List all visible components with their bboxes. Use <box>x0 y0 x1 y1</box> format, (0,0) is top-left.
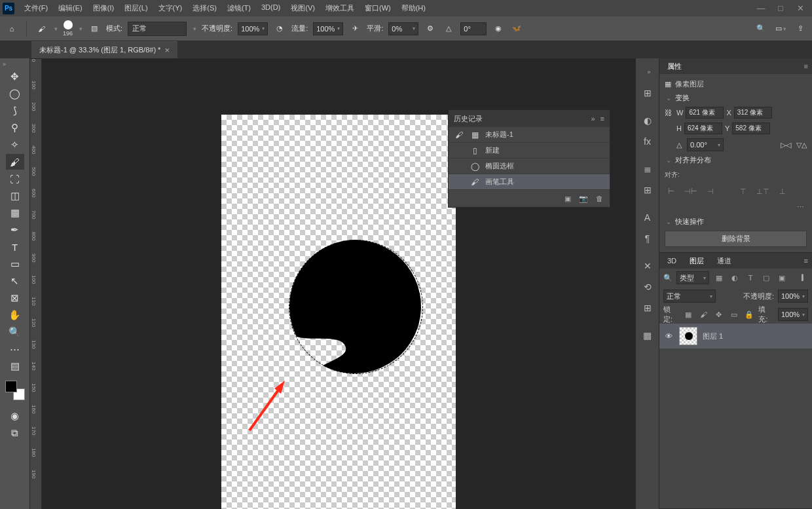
filter-pixel-icon[interactable]: ▦ <box>713 272 725 284</box>
strip-icon[interactable]: ¶ <box>638 229 657 248</box>
color-swatch[interactable] <box>5 381 25 400</box>
strip-icon[interactable]: ◐ <box>638 111 657 130</box>
filter-adjust-icon[interactable]: ◐ <box>729 272 741 284</box>
ruler-vertical[interactable]: 0100200300400500600700800900100110120130… <box>30 59 42 509</box>
airbrush-icon[interactable]: ✈ <box>348 22 361 35</box>
marquee-tool[interactable]: ◯ <box>6 86 24 102</box>
search-icon[interactable]: 🔍 <box>754 22 767 35</box>
strip-icon[interactable]: ▦ <box>638 326 657 345</box>
close-button[interactable]: ✕ <box>791 2 809 15</box>
artboard[interactable] <box>221 115 456 509</box>
align-left-icon[interactable]: ⊢ <box>665 186 678 197</box>
flip-v-icon[interactable]: ▽△ <box>796 141 807 149</box>
link-icon[interactable]: ⛓ <box>665 109 674 117</box>
layer-thumbnail[interactable] <box>679 327 697 345</box>
width-input[interactable] <box>686 107 724 119</box>
menu-image[interactable]: 图像(I) <box>88 1 119 16</box>
more-icon[interactable]: ⋯ <box>665 202 807 213</box>
wand-tool[interactable]: ✧ <box>6 137 24 153</box>
align-top-icon[interactable]: ⊤ <box>737 186 750 197</box>
filter-shape-icon[interactable]: ▢ <box>760 272 772 284</box>
align-right-icon[interactable]: ⊣ <box>704 186 717 197</box>
tab-channels[interactable]: 通道 <box>714 254 734 269</box>
brush-panel-icon[interactable]: ▧ <box>88 22 101 35</box>
height-input[interactable] <box>684 123 722 134</box>
menu-help[interactable]: 帮助(H) <box>397 1 430 16</box>
panel-menu-icon[interactable]: ≡ <box>804 257 808 265</box>
minimize-button[interactable]: — <box>752 2 770 15</box>
document-tab[interactable]: 未标题-1 @ 33.3% (图层 1, RGB/8#) * × <box>31 41 177 58</box>
history-item[interactable]: ◯ 椭圆选框 <box>449 159 610 174</box>
mode-select[interactable]: 正常 <box>128 22 187 36</box>
flip-h-icon[interactable]: ▷◁ <box>781 141 791 149</box>
quick-select-tool[interactable]: ⚲ <box>6 120 24 136</box>
fill-input[interactable]: 100%▾ <box>778 308 808 321</box>
angle-input[interactable]: 0.00°▾ <box>687 138 724 151</box>
layer-filter-select[interactable]: 类型▾ <box>676 271 709 284</box>
edit-toolbar[interactable]: ▤ <box>6 358 24 374</box>
eraser-tool[interactable]: ◫ <box>6 188 24 204</box>
panel-menu-icon[interactable]: ≡ <box>804 62 808 70</box>
stamp-tool[interactable]: ⛶ <box>6 171 24 187</box>
lock-all-icon[interactable]: 🔒 <box>743 309 754 320</box>
history-doc-row[interactable]: 🖌 ▦ 未标题-1 <box>449 127 610 143</box>
strip-icon[interactable]: ⊞ <box>638 83 657 103</box>
shape-tool[interactable]: ▭ <box>6 256 24 272</box>
gear-icon[interactable]: ⚙ <box>424 22 437 35</box>
align-bottom-icon[interactable]: ⊥ <box>776 186 789 197</box>
history-item[interactable]: 🖌 画笔工具 <box>449 174 610 190</box>
menu-window[interactable]: 窗口(W) <box>360 1 396 16</box>
frame-tool[interactable]: ⊠ <box>6 290 24 306</box>
share-icon[interactable]: ⇪ <box>794 22 807 35</box>
x-input[interactable] <box>734 107 772 119</box>
pen-tool[interactable]: ✒ <box>6 222 24 238</box>
menu-edit[interactable]: 编辑(E) <box>54 1 87 16</box>
home-icon[interactable]: ⌂ <box>5 22 18 35</box>
trash-icon[interactable]: 🗑 <box>596 195 603 202</box>
tab-layers[interactable]: 图层 <box>687 254 707 269</box>
zoom-tool[interactable]: 🔍 <box>6 324 24 340</box>
quickmask-tool[interactable]: ◉ <box>6 408 24 424</box>
quick-section[interactable]: ⌄快速操作 <box>665 217 807 227</box>
y-input[interactable] <box>732 123 770 134</box>
blend-mode-select[interactable]: 正常▾ <box>663 290 716 303</box>
new-snapshot-icon[interactable]: ▣ <box>564 195 571 203</box>
symmetry-icon[interactable]: 🦋 <box>510 22 523 35</box>
workspace-icon[interactable]: ▭▾ <box>774 22 787 35</box>
history-item[interactable]: ▯ 新建 <box>449 143 610 159</box>
filter-type-icon[interactable]: T <box>745 272 756 284</box>
align-section[interactable]: ⌄对齐并分布 <box>665 155 807 165</box>
collapse-icon[interactable]: » <box>591 115 595 123</box>
menu-type[interactable]: 文字(Y) <box>154 1 187 16</box>
lock-pixels-icon[interactable]: ▦ <box>683 309 694 320</box>
menu-3d[interactable]: 3D(D) <box>257 1 285 16</box>
more-tools[interactable]: ⋯ <box>6 341 24 357</box>
path-select-tool[interactable]: ↖ <box>6 273 24 289</box>
align-hcenter-icon[interactable]: ⊣⊢ <box>684 186 697 197</box>
transform-section[interactable]: ⌄变换 <box>665 93 807 103</box>
brush-preset[interactable]: 196 <box>63 20 73 37</box>
brush-tool[interactable]: 🖌 <box>6 154 24 170</box>
menu-layer[interactable]: 图层(L) <box>120 1 152 16</box>
remove-bg-button[interactable]: 删除背景 <box>665 231 807 247</box>
layer-opacity-input[interactable]: 100%▾ <box>778 290 808 303</box>
filter-smart-icon[interactable]: ▣ <box>776 272 788 284</box>
tab-properties[interactable]: 属性 <box>665 59 684 74</box>
flow-input[interactable]: 100%▾ <box>313 22 343 35</box>
strip-icon[interactable]: ≣ <box>638 159 657 179</box>
opacity-input[interactable]: 100%▾ <box>238 22 268 35</box>
menu-file[interactable]: 文件(F) <box>20 1 52 16</box>
filter-toggle[interactable]: ⏽ <box>796 272 808 284</box>
layer-row[interactable]: 👁 图层 1 <box>659 324 812 349</box>
layer-name[interactable]: 图层 1 <box>703 331 723 341</box>
angle-input[interactable]: 0° <box>460 22 487 35</box>
camera-icon[interactable]: 📷 <box>579 195 588 203</box>
visibility-icon[interactable]: 👁 <box>663 332 674 340</box>
align-vcenter-icon[interactable]: ⊥⊤ <box>756 186 769 197</box>
lasso-tool[interactable]: ⟆ <box>6 103 24 119</box>
move-tool[interactable]: ✥ <box>6 69 24 85</box>
strip-icon[interactable]: ✕ <box>638 256 657 276</box>
strip-icon[interactable]: A <box>638 208 657 227</box>
pressure-size-icon[interactable]: ◉ <box>492 22 505 35</box>
strip-icon[interactable]: ⊞ <box>638 298 657 318</box>
